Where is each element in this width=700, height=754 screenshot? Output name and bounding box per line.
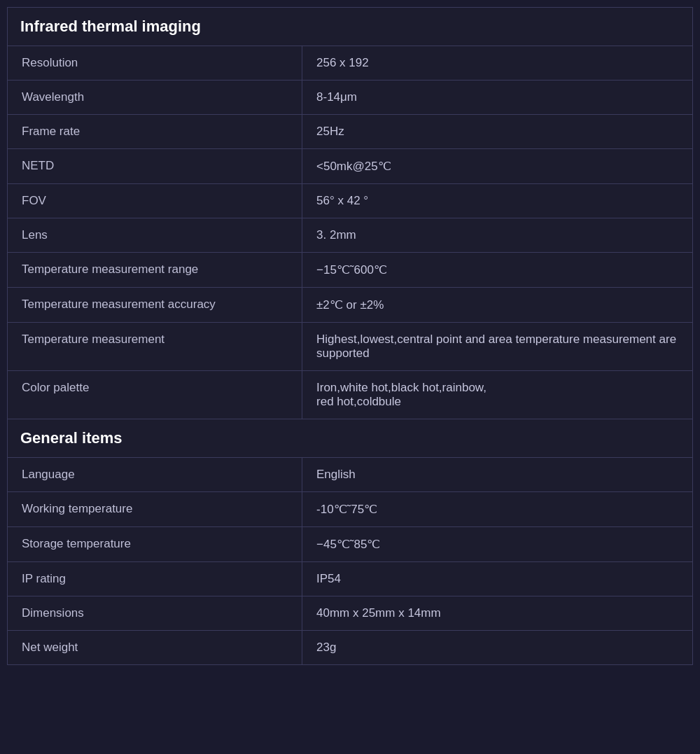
table-row: FOV56° x 42 ° [8, 184, 692, 218]
table-row: Storage temperature−45℃˜85℃ [8, 527, 692, 562]
row-value: 25Hz [302, 115, 692, 149]
row-label: IP rating [8, 562, 302, 596]
row-value: IP54 [302, 562, 692, 596]
table-row: Net weight23g [8, 631, 692, 665]
table-row: Wavelength8-14μm [8, 81, 692, 115]
table-row: Resolution256 x 192 [8, 46, 692, 81]
section-header-infrared: Infrared thermal imaging [8, 8, 692, 46]
row-value: 8-14μm [302, 81, 692, 115]
row-label: Wavelength [8, 81, 302, 115]
table-general: LanguageEnglishWorking temperature-10℃˜7… [8, 458, 692, 664]
section-title-infrared: Infrared thermal imaging [20, 18, 201, 35]
row-value: English [302, 458, 692, 492]
table-row: Working temperature-10℃˜75℃ [8, 492, 692, 527]
section-title-general: General items [20, 429, 122, 447]
table-row: Color paletteIron,white hot,black hot,ra… [8, 371, 692, 419]
row-label: Temperature measurement range [8, 253, 302, 288]
table-row: Temperature measurement accuracy±2℃ or ±… [8, 288, 692, 323]
row-label: Temperature measurement accuracy [8, 288, 302, 323]
table-row: IP ratingIP54 [8, 562, 692, 596]
row-label: Resolution [8, 46, 302, 81]
row-value: 56° x 42 ° [302, 184, 692, 218]
row-value: 256 x 192 [302, 46, 692, 81]
table-row: NETD<50mk@25℃ [8, 149, 692, 184]
row-value: −45℃˜85℃ [302, 527, 692, 562]
table-row: Temperature measurementHighest,lowest,ce… [8, 323, 692, 371]
table-infrared: Resolution256 x 192Wavelength8-14μmFrame… [8, 46, 692, 419]
row-label: Lens [8, 218, 302, 253]
table-row: Frame rate25Hz [8, 115, 692, 149]
row-label: Working temperature [8, 492, 302, 527]
table-row: Lens3. 2mm [8, 218, 692, 253]
row-value: ±2℃ or ±2% [302, 288, 692, 323]
row-value: Iron,white hot,black hot,rainbow,red hot… [302, 371, 692, 419]
row-value: <50mk@25℃ [302, 149, 692, 184]
row-label: Frame rate [8, 115, 302, 149]
row-label: Temperature measurement [8, 323, 302, 371]
spec-table: Infrared thermal imagingResolution256 x … [7, 7, 693, 665]
table-row: Dimensions40mm x 25mm x 14mm [8, 596, 692, 631]
row-label: Color palette [8, 371, 302, 419]
row-value: -10℃˜75℃ [302, 492, 692, 527]
row-label: Language [8, 458, 302, 492]
row-label: FOV [8, 184, 302, 218]
row-value: Highest,lowest,central point and area te… [302, 323, 692, 371]
row-label: Net weight [8, 631, 302, 665]
row-value: 40mm x 25mm x 14mm [302, 596, 692, 631]
row-value: 23g [302, 631, 692, 665]
row-value: 3. 2mm [302, 218, 692, 253]
row-label: Dimensions [8, 596, 302, 631]
table-row: LanguageEnglish [8, 458, 692, 492]
section-header-general: General items [8, 419, 692, 458]
row-label: NETD [8, 149, 302, 184]
row-label: Storage temperature [8, 527, 302, 562]
row-value: −15℃˜600℃ [302, 253, 692, 288]
table-row: Temperature measurement range−15℃˜600℃ [8, 253, 692, 288]
